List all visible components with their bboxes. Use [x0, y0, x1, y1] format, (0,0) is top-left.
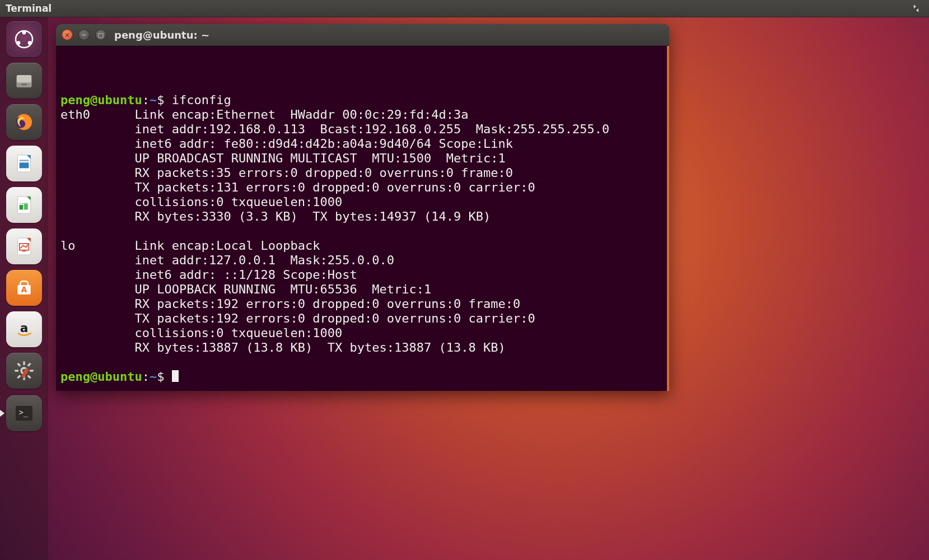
output-line: collisions:0 txqueuelen:1000: [60, 326, 665, 340]
writer-icon[interactable]: [6, 146, 42, 181]
prompt-user: peng@ubuntu: [60, 370, 142, 384]
prompt-dollar: $: [157, 93, 172, 107]
output-line: [60, 224, 665, 239]
output-line: UP LOOPBACK RUNNING MTU:65536 Metric:1: [60, 282, 665, 297]
prompt-sep: :: [142, 93, 150, 107]
svg-rect-14: [20, 205, 24, 209]
top-menubar: Terminal: [0, 0, 929, 17]
cursor: [172, 370, 179, 382]
terminal-icon[interactable]: >_: [6, 395, 42, 431]
output-line: inet addr:127.0.0.1 Mask:255.0.0.0: [60, 253, 665, 268]
minimize-button[interactable]: −: [78, 29, 90, 40]
output-line: collisions:0 txqueuelen:1000: [60, 195, 665, 209]
output-line: TX packets:131 errors:0 dropped:0 overru…: [60, 180, 665, 195]
output-line: RX bytes:3330 (3.3 KB) TX bytes:14937 (1…: [60, 209, 665, 224]
maximize-button[interactable]: □: [95, 29, 106, 40]
prompt-sep: :: [142, 370, 150, 384]
terminal-body[interactable]: peng@ubuntu:~$ ifconfigeth0 Link encap:E…: [56, 46, 669, 391]
software-icon[interactable]: A: [6, 270, 42, 306]
output-line: TX packets:192 errors:0 dropped:0 overru…: [60, 311, 665, 326]
svg-rect-33: [17, 375, 21, 379]
prompt-path: ~: [150, 370, 157, 384]
close-button[interactable]: ×: [62, 29, 73, 40]
svg-text:A: A: [21, 286, 27, 294]
svg-point-1: [22, 31, 26, 35]
launcher: A a >_: [0, 17, 48, 560]
output-line: RX packets:192 errors:0 dropped:0 overru…: [60, 297, 665, 311]
svg-rect-11: [20, 160, 29, 161]
svg-point-2: [17, 41, 21, 45]
firefox-icon[interactable]: [6, 104, 42, 140]
svg-rect-31: [27, 375, 31, 379]
svg-rect-32: [27, 363, 31, 367]
svg-rect-15: [24, 203, 28, 210]
dash-icon[interactable]: [6, 21, 42, 57]
output-line: eth0 Link encap:Ethernet HWaddr 00:0c:29…: [60, 108, 665, 122]
svg-text:>_: >_: [19, 408, 29, 417]
window-controls: × − □: [62, 29, 106, 40]
output-line: inet6 addr: ::1/128 Scope:Host: [60, 268, 665, 282]
svg-text:a: a: [20, 321, 29, 335]
svg-rect-28: [15, 370, 18, 371]
output-line: RX bytes:13887 (13.8 KB) TX bytes:13887 …: [60, 340, 665, 355]
svg-point-3: [28, 41, 32, 45]
prompt-user: peng@ubuntu: [60, 93, 142, 107]
settings-icon[interactable]: [6, 353, 42, 389]
output-line: lo Link encap:Local Loopback: [60, 239, 665, 253]
output-line: inet6 addr: fe80::d9d4:d42b:a04a:9d40/64…: [60, 137, 665, 151]
scrollbar[interactable]: [667, 46, 669, 391]
prompt-path: ~: [150, 93, 157, 107]
impress-icon[interactable]: [6, 228, 42, 264]
files-icon[interactable]: [6, 63, 42, 99]
svg-rect-29: [30, 370, 34, 371]
output-line: [60, 355, 665, 370]
terminal-window: × − □ peng@ubuntu: ~ peng@ubuntu:~$ ifco…: [56, 24, 669, 391]
svg-rect-10: [20, 162, 29, 168]
svg-rect-6: [21, 84, 27, 86]
network-indicator-icon[interactable]: [909, 2, 923, 15]
app-menu-title[interactable]: Terminal: [6, 3, 52, 14]
window-title: peng@ubuntu: ~: [114, 29, 209, 41]
svg-rect-26: [23, 361, 25, 365]
prompt-dollar: $: [157, 370, 172, 384]
calc-icon[interactable]: [6, 187, 42, 223]
window-titlebar[interactable]: × − □ peng@ubuntu: ~: [56, 24, 669, 46]
svg-rect-16: [20, 203, 28, 204]
prompt-line: peng@ubuntu:~$: [60, 370, 665, 384]
output-line: inet addr:192.168.0.113 Bcast:192.168.0.…: [60, 122, 665, 137]
prompt-line: peng@ubuntu:~$ ifconfig: [60, 93, 665, 108]
output-line: UP BROADCAST RUNNING MULTICAST MTU:1500 …: [60, 151, 665, 166]
command-text: ifconfig: [172, 93, 231, 107]
amazon-icon[interactable]: a: [6, 311, 42, 347]
output-line: RX packets:35 errors:0 dropped:0 overrun…: [60, 166, 665, 180]
svg-rect-30: [17, 363, 21, 367]
